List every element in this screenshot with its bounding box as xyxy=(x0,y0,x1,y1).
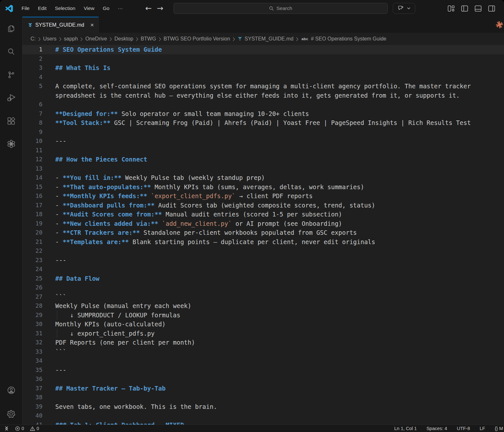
code-line[interactable]: 22 xyxy=(22,246,504,256)
tab-system-guide[interactable]: SYSTEM_GUIDE.md × xyxy=(22,17,99,33)
breadcrumb-item[interactable]: OneDrive xyxy=(85,36,107,42)
status-language-mode[interactable]: {} M xyxy=(495,426,503,431)
code-line[interactable]: 17- **Dashboard pulls from:** Audit Scor… xyxy=(22,201,504,210)
code-line[interactable]: 32PDF Reports (one per client per month) xyxy=(22,338,504,347)
code-line[interactable]: 5A complete, self-contained SEO operatio… xyxy=(22,82,504,91)
code-line[interactable]: 33``` xyxy=(22,347,504,357)
code-line[interactable]: 27``` xyxy=(22,292,504,302)
menu-[interactable]: ··· xyxy=(113,0,127,17)
back-arrow-icon[interactable]: ← xyxy=(145,4,152,13)
code-line[interactable]: 26 xyxy=(22,283,504,292)
breadcrumb-item[interactable]: C: xyxy=(31,36,36,42)
code-line[interactable]: 31 ↓ export_client_pdfs.py xyxy=(22,329,504,338)
code-segment: - xyxy=(55,220,63,227)
code-line[interactable]: 15- **That auto-populates:** Monthly KPI… xyxy=(22,182,504,192)
code-line[interactable]: 28Weekly Pulse (manual entry each week) xyxy=(22,301,504,311)
code-line[interactable]: 38 xyxy=(22,393,504,402)
claude-icon[interactable] xyxy=(495,21,504,29)
account-icon[interactable] xyxy=(4,383,19,398)
code-line[interactable]: 3## What This Is xyxy=(22,63,504,73)
breadcrumb-symbol[interactable]: # SEO Operations System Guide xyxy=(311,36,386,42)
layout-customize-icon[interactable] xyxy=(448,5,455,12)
code-line[interactable]: 36 xyxy=(22,375,504,384)
settings-gear-icon[interactable] xyxy=(4,406,19,421)
menu-view[interactable]: View xyxy=(79,0,98,17)
code-area[interactable]: 1# SEO Operations System Guide23## What … xyxy=(22,45,504,425)
menu-selection[interactable]: Selection xyxy=(51,0,80,17)
code-line[interactable]: 1# SEO Operations System Guide xyxy=(22,45,504,54)
line-number: 34 xyxy=(22,356,42,366)
titlebar: FileEditSelectionViewGo··· ← → Search xyxy=(0,0,504,17)
openai-icon[interactable] xyxy=(4,136,19,152)
run-debug-icon[interactable] xyxy=(4,90,19,105)
line-content: - **New clients added via:** `add_new_cl… xyxy=(42,219,342,228)
code-line[interactable]: 11 xyxy=(22,146,504,155)
code-line[interactable]: 16- **Monthly KPIs feeds:** `export_clie… xyxy=(22,191,504,201)
breadcrumb-item[interactable]: BTWG SEO Portfolio Version xyxy=(164,36,230,42)
status-encoding[interactable]: UTF-8 xyxy=(457,426,470,431)
warnings-indicator[interactable]: 0 xyxy=(30,426,39,431)
status-bar: 0 0 Ln 1, Col 1Spaces: 4UTF-8LF{} M xyxy=(0,425,504,432)
status-cursor-position[interactable]: Ln 1, Col 1 xyxy=(394,426,417,431)
code-line[interactable]: 10--- xyxy=(22,137,504,146)
search-sidebar-icon[interactable] xyxy=(4,44,19,59)
errors-indicator[interactable]: 0 xyxy=(15,426,24,431)
code-line[interactable]: spreadsheet is the central hub — everyth… xyxy=(22,91,504,100)
menu-go[interactable]: Go xyxy=(99,0,114,17)
code-line[interactable]: 41### Tab 1: Client Dashboard — MIXED xyxy=(22,420,504,425)
line-number: 19 xyxy=(22,219,42,228)
code-line[interactable]: 24 xyxy=(22,265,504,274)
source-control-icon[interactable] xyxy=(4,67,19,82)
code-line[interactable]: 21- **Templates are:** Blank starting po… xyxy=(22,237,504,247)
code-line[interactable]: 12## How the Pieces Connect xyxy=(22,155,504,164)
code-line[interactable]: 23--- xyxy=(22,256,504,265)
code-line[interactable]: 40 xyxy=(22,411,504,420)
code-line[interactable]: 13 xyxy=(22,164,504,173)
line-content: ## Data Flow xyxy=(42,274,99,283)
code-line[interactable]: 8**Tool Stack:** GSC | Screaming Frog (P… xyxy=(22,118,504,128)
search-input[interactable]: Search xyxy=(174,3,388,14)
breadcrumb-separator xyxy=(59,37,62,41)
code-line[interactable]: 9 xyxy=(22,128,504,137)
code-line[interactable]: 35--- xyxy=(22,366,504,375)
copilot-button[interactable] xyxy=(393,3,415,14)
line-content xyxy=(42,54,55,64)
forward-arrow-icon[interactable]: → xyxy=(157,4,163,13)
remote-indicator[interactable] xyxy=(4,426,9,431)
sidebar-left-icon[interactable] xyxy=(461,5,468,12)
line-number: 3 xyxy=(22,63,42,73)
code-line[interactable]: 25## Data Flow xyxy=(22,274,504,283)
breadcrumb-item[interactable]: sapph xyxy=(64,36,78,42)
code-line[interactable]: 7**Designed for:** Solo operator or smal… xyxy=(22,109,504,119)
extensions-icon[interactable] xyxy=(4,113,19,128)
breadcrumb-item[interactable]: BTWG xyxy=(141,36,156,42)
code-line[interactable]: 37## Master Tracker — Tab-by-Tab xyxy=(22,384,504,393)
explorer-icon[interactable] xyxy=(4,21,19,36)
status-indentation[interactable]: Spaces: 4 xyxy=(427,426,447,431)
menu-edit[interactable]: Edit xyxy=(34,0,51,17)
breadcrumb-item[interactable]: Users xyxy=(43,36,57,42)
error-count: 0 xyxy=(22,426,24,431)
code-segment: **You fill in:** xyxy=(63,174,122,181)
code-line[interactable]: 4 xyxy=(22,73,504,82)
code-line[interactable]: 14- **You fill in:** Weekly Pulse tab (w… xyxy=(22,173,504,182)
code-line[interactable]: 29 ↓ SUMPRODUCT / LOOKUP formulas xyxy=(22,311,504,320)
code-segment: Weekly Pulse (manual entry each week) xyxy=(55,302,191,309)
line-number: 2 xyxy=(22,54,42,64)
code-line[interactable]: 30Monthly KPIs (auto-calculated) xyxy=(22,320,504,329)
code-line[interactable]: 18- **Audit Scores come from:** Manual a… xyxy=(22,210,504,219)
code-line[interactable]: 2 xyxy=(22,54,504,64)
close-icon[interactable]: × xyxy=(89,22,95,29)
code-line[interactable]: 19- **New clients added via:** `add_new_… xyxy=(22,219,504,228)
breadcrumb-item[interactable]: Desktop xyxy=(114,36,133,42)
sidebar-right-icon[interactable] xyxy=(488,5,495,12)
panel-bottom-icon[interactable] xyxy=(475,5,482,12)
code-line[interactable]: 39Seven tabs, one workbook. This is the … xyxy=(22,402,504,411)
code-line[interactable]: 34 xyxy=(22,356,504,366)
status-eol[interactable]: LF xyxy=(480,426,485,431)
line-content: ↓ SUMPRODUCT / LOOKUP formulas xyxy=(42,311,180,320)
code-line[interactable]: 6 xyxy=(22,100,504,109)
menu-file[interactable]: File xyxy=(17,0,34,17)
breadcrumb-file[interactable]: SYSTEM_GUIDE.md xyxy=(245,36,293,42)
code-line[interactable]: 20- **CTR Trackers are:** Standalone per… xyxy=(22,228,504,237)
